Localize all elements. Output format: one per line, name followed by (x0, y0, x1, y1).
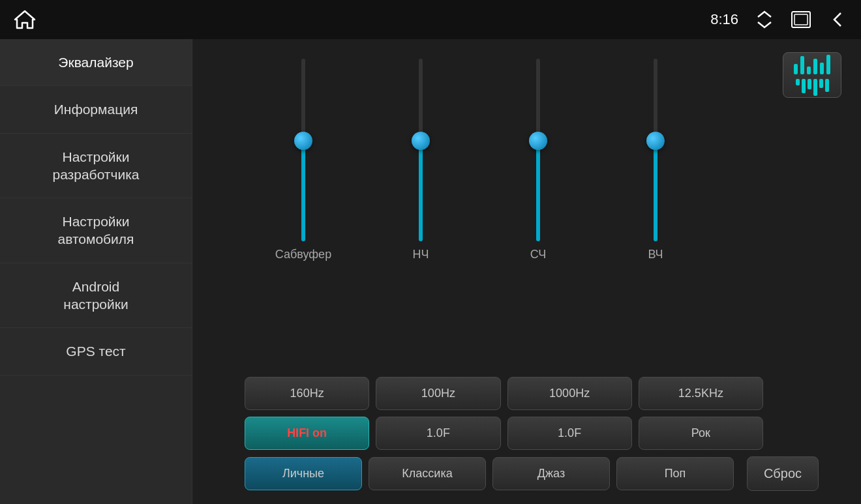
eq-icon-inner (794, 55, 830, 96)
slider-subwoofer: Сабвуфер (245, 59, 362, 370)
freq-btn-3[interactable]: 1000Hz (507, 377, 632, 410)
sidebar-item-android[interactable]: Android настройки (0, 263, 192, 329)
expand-icon[interactable] (754, 9, 775, 30)
slider-fill-subwoofer (301, 141, 305, 241)
slider-thumb-subwoofer[interactable] (294, 132, 312, 150)
eq-bar-2 (800, 56, 804, 74)
slider-label-mf: СЧ (530, 248, 546, 261)
slider-fill-lf (419, 141, 423, 241)
slider-track-mf[interactable] (536, 59, 540, 241)
sidebar: Эквалайзер Информация Настройки разработ… (0, 39, 192, 504)
eq-bar-3 (807, 67, 811, 74)
sidebar-item-car[interactable]: Настройки автомобиля (0, 198, 192, 263)
freq-btn-4[interactable]: 12.5KHz (639, 377, 763, 410)
setting-btn-3[interactable]: Рок (639, 417, 763, 450)
setting-btn-1[interactable]: 1.0F (376, 417, 500, 450)
svg-rect-2 (794, 14, 808, 25)
status-bar: 8:16 (0, 0, 861, 39)
main-area: Эквалайзер Информация Настройки разработ… (0, 39, 861, 504)
eq-icon-button[interactable] (783, 52, 841, 98)
preset-btn-classic[interactable]: Классика (369, 457, 486, 490)
eq-bar-b1 (796, 79, 800, 85)
preset-row: Личные Классика Джаз Поп Сброс (212, 456, 841, 491)
eq-bar-4 (813, 59, 817, 74)
slider-lf: НЧ (362, 59, 479, 370)
slider-thumb-lf[interactable] (412, 132, 430, 150)
slider-mf: СЧ (479, 59, 597, 370)
preset-btn-personal[interactable]: Личные (245, 457, 362, 490)
slider-track-subwoofer[interactable] (301, 59, 305, 241)
slider-track-hf[interactable] (654, 59, 657, 241)
status-time: 8:16 (710, 11, 738, 28)
slider-label-lf: НЧ (413, 248, 429, 261)
sidebar-item-equalizer[interactable]: Эквалайзер (0, 39, 192, 86)
eq-bar-b3 (808, 79, 811, 89)
slider-track-lf[interactable] (419, 59, 423, 241)
sidebar-item-gps[interactable]: GPS тест (0, 328, 192, 375)
eq-bars-bottom (796, 79, 829, 96)
content-panel: Сабвуфер НЧ СЧ (192, 39, 861, 504)
eq-bar-b5 (819, 79, 823, 88)
eq-bar-b4 (813, 79, 817, 96)
slider-hf: ВЧ (597, 59, 714, 370)
eq-bar-1 (794, 64, 798, 74)
hifi-btn[interactable]: HIFI on (245, 417, 369, 450)
slider-fill-hf (654, 141, 657, 241)
preset-btn-pop[interactable]: Поп (616, 457, 734, 490)
slider-thumb-mf[interactable] (529, 132, 547, 150)
freq-btn-2[interactable]: 100Hz (376, 377, 500, 410)
sidebar-item-information[interactable]: Информация (0, 86, 192, 133)
freq-btn-1[interactable]: 160Hz (245, 377, 369, 410)
eq-bar-b2 (802, 79, 806, 93)
sliders-area: Сабвуфер НЧ СЧ (212, 59, 841, 370)
freq-buttons-grid: 160Hz 100Hz 1000Hz 12.5KHz (212, 377, 841, 410)
status-bar-right: 8:16 (710, 9, 848, 30)
sidebar-item-developer[interactable]: Настройки разработчика (0, 134, 192, 199)
eq-bar-b6 (825, 79, 829, 92)
eq-bars (794, 55, 830, 74)
slider-fill-mf (536, 141, 540, 241)
reset-button[interactable]: Сброс (747, 456, 819, 491)
setting-btn-2[interactable]: 1.0F (507, 417, 632, 450)
slider-label-hf: ВЧ (648, 248, 663, 261)
eq-bar-6 (826, 55, 830, 74)
back-icon[interactable] (827, 9, 848, 30)
slider-thumb-hf[interactable] (646, 132, 665, 150)
status-bar-left (13, 8, 37, 31)
slider-label-subwoofer: Сабвуфер (275, 248, 331, 261)
settings-buttons-grid: HIFI on 1.0F 1.0F Рок (212, 417, 841, 450)
svg-marker-0 (15, 11, 35, 28)
windows-icon[interactable] (791, 9, 811, 30)
preset-buttons-grid: Личные Классика Джаз Поп (245, 457, 734, 490)
home-icon[interactable] (13, 8, 37, 31)
eq-bar-5 (820, 63, 824, 74)
preset-btn-jazz[interactable]: Джаз (492, 457, 610, 490)
